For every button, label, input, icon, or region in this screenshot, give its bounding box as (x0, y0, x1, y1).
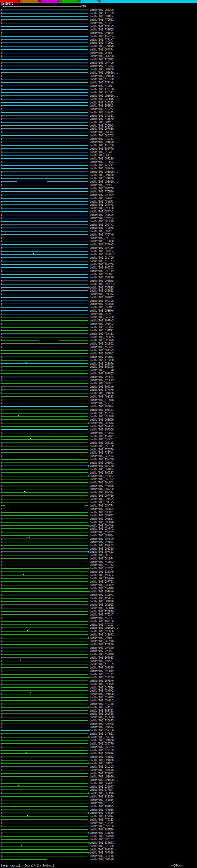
alignment-bar[interactable] (1, 727, 88, 727)
alignment-bar[interactable] (1, 585, 88, 585)
hit-label[interactable]: UniRef100_A9PET9 (90, 379, 113, 381)
hit-label[interactable]: UniRef100_A5WW38 (90, 809, 113, 811)
alignment-bar[interactable] (1, 224, 88, 225)
hit-label[interactable]: UniRef100_A7Q1B2 (90, 818, 113, 821)
hit-label[interactable]: UniRef100_B9RS95 (90, 848, 113, 851)
alignment-bar[interactable] (1, 575, 88, 576)
alignment-bar[interactable] (1, 651, 88, 651)
hit-label[interactable]: UniRef100_Q8LB51 (90, 342, 113, 345)
hit-label[interactable]: UniRef100_C9WH57 (90, 637, 113, 640)
hit-label[interactable]: UniRef100_A5W254 (90, 35, 113, 38)
alignment-bar[interactable] (1, 162, 88, 162)
alignment-bar[interactable] (1, 657, 88, 658)
hit-label[interactable]: UniRef100_Q8RW02 (90, 508, 113, 510)
alignment-bar[interactable] (1, 343, 88, 344)
hit-label[interactable]: UniRef100_B9GHY1 (90, 273, 113, 276)
alignment-bar[interactable] (1, 555, 88, 555)
hit-label[interactable]: UniRef100_Q5QMM5 (90, 124, 113, 127)
hit-label[interactable]: UniRef100_B9P999 (90, 835, 113, 838)
alignment-bar[interactable] (1, 601, 88, 602)
alignment-bar[interactable] (1, 519, 88, 519)
alignment-bar[interactable] (1, 793, 88, 794)
alignment-bar[interactable] (1, 588, 88, 589)
hit-label[interactable]: UniRef100_A2WUX2 (90, 689, 113, 692)
hit-label[interactable]: UniRef100_A2Z9K8 (90, 723, 113, 725)
alignment-bar[interactable] (1, 390, 88, 390)
alignment-bar[interactable] (1, 436, 88, 437)
hit-label[interactable]: UniRef100_UP1000... (90, 392, 118, 395)
alignment-bar[interactable] (1, 112, 88, 113)
alignment-bar[interactable] (1, 231, 88, 231)
hit-label[interactable]: UniRef100_Q9M9F2 (90, 217, 113, 220)
alignment-bar[interactable] (1, 476, 88, 476)
hit-label[interactable]: UniRef100_B8A3K0 (90, 465, 113, 467)
alignment-bar[interactable] (1, 449, 88, 450)
alignment-bar[interactable] (1, 829, 88, 830)
hit-label[interactable]: UniRef100_B7FGV5 (90, 243, 113, 246)
hit-label[interactable]: UniRef100_B9IIW5 (90, 501, 113, 504)
hit-label[interactable]: UniRef100_A9PNY9 (90, 670, 113, 673)
alignment-bar[interactable] (1, 152, 88, 152)
alignment-bar[interactable] (1, 839, 88, 840)
alignment-bar[interactable] (1, 330, 88, 331)
hit-label[interactable]: UniRef100_Q4PNZ0 (90, 686, 113, 689)
alignment-bar[interactable] (1, 244, 88, 245)
hit-label[interactable]: UniRef100_P46417 (90, 164, 113, 167)
alignment-bar[interactable] (85, 509, 88, 509)
alignment-bar[interactable] (1, 202, 88, 202)
alignment-bar[interactable] (1, 604, 88, 605)
alignment-bar[interactable] (1, 248, 88, 248)
alignment-bar[interactable] (1, 786, 88, 787)
hit-label[interactable]: UniRef100_B9MYL6 (90, 825, 113, 828)
alignment-bar[interactable] (1, 155, 88, 155)
alignment-bar[interactable] (1, 525, 88, 526)
hit-label[interactable]: UniRef100_Q9FYU0 (90, 62, 113, 64)
hit-label[interactable]: UniRef100_UP1000... (90, 71, 118, 74)
alignment-bar[interactable] (1, 287, 88, 288)
hit-label[interactable]: UniRef100_A9PFM5 (90, 544, 113, 547)
alignment-bar[interactable] (1, 36, 88, 37)
hit-label[interactable]: UniRef100_A9P6B4 (90, 574, 113, 577)
alignment-bar[interactable] (1, 132, 88, 132)
hit-label[interactable]: UniRef100_Q0PVD1 (90, 230, 113, 233)
alignment-bar[interactable] (1, 72, 88, 73)
hit-label[interactable]: UniRef100_B9RSQ0 (90, 428, 113, 431)
hit-label[interactable]: UniRef100_B8S703 (90, 709, 113, 712)
alignment-bar[interactable] (1, 763, 88, 764)
alignment-bar[interactable] (1, 393, 88, 394)
alignment-bar[interactable] (1, 320, 88, 321)
alignment-bar[interactable] (1, 105, 88, 106)
alignment-bar[interactable] (1, 172, 88, 172)
hit-label[interactable]: UniRef100_Q9FT19 (90, 270, 113, 273)
hit-label[interactable]: UniRef100_B9RGQ5 (90, 372, 113, 375)
alignment-bar[interactable] (1, 770, 88, 770)
alignment-bar[interactable] (1, 469, 88, 470)
hit-label[interactable]: UniRef100_B9IJW5 (90, 349, 113, 352)
hit-label[interactable]: UniRef100_UP1000... (90, 600, 118, 603)
hit-label[interactable]: UniRef100_Q84YN3 (90, 210, 113, 213)
hit-label[interactable]: UniRef100_B3GBM3 (90, 594, 113, 596)
hit-label[interactable]: UniRef100_Q0J2H6 (90, 488, 113, 491)
alignment-bar[interactable] (1, 753, 88, 754)
hit-label[interactable]: UniRef100_Q3MUP2 (90, 527, 113, 530)
hit-label[interactable]: UniRef100_B6T815 (90, 799, 113, 802)
alignment-bar[interactable] (1, 420, 88, 420)
alignment-bar[interactable] (1, 42, 88, 43)
hit-label[interactable]: UniRef100_C6ZQJ7 (90, 52, 113, 55)
alignment-bar[interactable] (1, 406, 88, 407)
alignment-bar[interactable] (1, 766, 88, 767)
hit-label[interactable]: UniRef100_B6SMJ6 (90, 792, 113, 795)
alignment-bar[interactable] (1, 621, 88, 622)
alignment-bar[interactable] (1, 181, 17, 182)
alignment-bar[interactable] (1, 522, 88, 523)
alignment-bar[interactable] (1, 677, 88, 678)
hit-label[interactable]: UniRef100_Q9FQE6 (90, 630, 113, 633)
hit-label[interactable]: UniRef100_B6T8R4 (90, 468, 113, 471)
alignment-bar[interactable] (1, 89, 88, 90)
alignment-bar[interactable] (1, 119, 88, 119)
alignment-bar[interactable] (1, 208, 88, 209)
alignment-bar[interactable] (1, 713, 88, 714)
hit-label[interactable]: UniRef100_Q9M9F1 (90, 382, 113, 385)
hit-label[interactable]: UniRef100_A7R1H8 (90, 81, 113, 84)
hit-label[interactable]: UniRef100_A2ZS19 (90, 812, 113, 814)
